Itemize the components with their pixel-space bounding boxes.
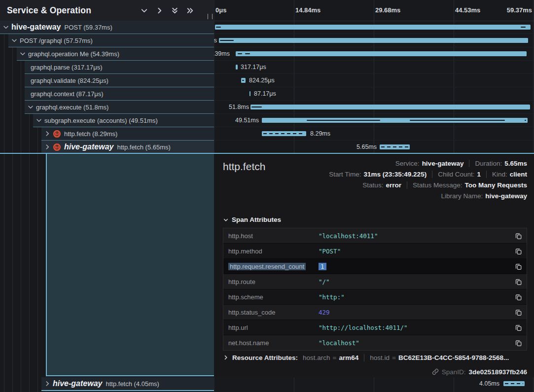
span-bar[interactable]: [219, 38, 528, 43]
attribute-key: http.status_code: [223, 309, 319, 316]
attribute-key: http.scheme: [223, 293, 319, 301]
span-bar[interactable]: [236, 65, 238, 70]
chevron-down-icon[interactable]: [36, 117, 42, 124]
chevron-down-icon[interactable]: [27, 104, 34, 110]
attribute-row: http.method "POST": [223, 244, 527, 259]
meta-label: Start Time:: [329, 171, 361, 178]
chevron-right-icon[interactable]: [155, 6, 164, 15]
span-timeline-cell: 8.29ms: [214, 127, 534, 141]
span-timeline-cell: 51.8ms: [214, 101, 534, 114]
bar-duration-label: 8.29ms: [310, 130, 330, 137]
attribute-row: http.status_code 429: [223, 305, 527, 320]
span-rows: hive-gateway POST (59.37ms) POST /graphq…: [0, 21, 534, 154]
attribute-key: http.route: [223, 278, 319, 285]
chevron-right-icon[interactable]: [44, 380, 51, 387]
span-row: hive-gateway POST (59.37ms): [0, 21, 534, 34]
double-chevron-down-icon[interactable]: [171, 6, 179, 15]
span-id-label: SpanID:: [442, 368, 466, 376]
span-timeline-cell: [214, 21, 534, 34]
resource-key: host.id: [370, 354, 390, 361]
tree-header-title: Service & Operation: [7, 5, 91, 16]
span-bar[interactable]: [380, 144, 410, 149]
copy-icon[interactable]: [512, 339, 525, 347]
copy-icon[interactable]: [512, 293, 525, 301]
tree-header-actions: [140, 0, 194, 21]
span-bar[interactable]: [241, 78, 246, 83]
span-tree-cell[interactable]: http.fetch (8.29ms): [41, 127, 214, 141]
attribute-row: http.host "localhost:4011": [223, 228, 527, 244]
span-bar[interactable]: [250, 105, 530, 109]
meta-label: Child Count:: [438, 171, 474, 178]
selected-span-detail-backdrop: [46, 154, 214, 376]
chevron-down-icon[interactable]: [223, 217, 229, 223]
copy-icon[interactable]: [512, 309, 525, 316]
span-id-value: 3de02518937fb246: [468, 368, 527, 376]
chevron-down-icon[interactable]: [2, 24, 9, 31]
span-tree-cell[interactable]: graphql.context (87.17μs): [25, 87, 214, 101]
attribute-key: http.host: [223, 232, 319, 240]
tree-header: Service & Operation: [0, 0, 214, 21]
span-tree-cell[interactable]: subgraph.execute (accounts) (49.51ms): [33, 114, 214, 127]
span-row: graphql.validate (824.25μs) 824.25μs: [0, 74, 534, 87]
span-tree-cell[interactable]: hive-gateway http.fetch (4.05ms): [41, 377, 214, 391]
link-icon[interactable]: [432, 368, 439, 375]
meta-label: Status:: [362, 181, 383, 189]
span-tree-cell[interactable]: hive-gateway POST (59.37ms): [0, 21, 214, 34]
span-bar[interactable]: [262, 131, 306, 136]
attribute-value: 1: [319, 263, 512, 270]
span-bar[interactable]: [236, 51, 527, 56]
chevron-right-icon[interactable]: [223, 355, 229, 360]
span-row: graphql.context (87.17μs) 87.17μs: [0, 87, 534, 101]
resource-attributes-row[interactable]: Resource Attributes: host.arch = arm64 h…: [223, 351, 527, 364]
attribute-row: http.url "http://localhost:4011/": [223, 320, 527, 335]
span-tree-cell[interactable]: graphql.validate (824.25μs): [25, 74, 214, 87]
chevron-right-icon[interactable]: [44, 143, 51, 150]
detail-meta: Service: hive-gateway Duration: 5.65ms S…: [329, 158, 527, 201]
attribute-key: http.method: [223, 248, 319, 255]
copy-icon[interactable]: [512, 263, 525, 270]
span-name: graphql.execute (51.8ms): [36, 104, 108, 111]
attribute-value: "http://localhost:4011/": [319, 324, 512, 331]
copy-icon[interactable]: [512, 232, 525, 240]
span-row: graphql.execute (51.8ms) 51.8ms: [0, 101, 534, 114]
span-tree-cell[interactable]: hive-gateway http.fetch (5.65ms): [41, 141, 214, 154]
span-bar[interactable]: [503, 381, 525, 386]
span-id-row: SpanID: 3de02518937fb246: [432, 367, 527, 377]
span-tree-cell[interactable]: graphql.execute (51.8ms): [25, 101, 214, 114]
span-tree-cell[interactable]: POST /graphql (57.57ms): [8, 34, 214, 47]
meta-value: 5.65ms: [504, 160, 527, 167]
span-detail-panel: http.fetch Service: hive-gateway Duratio…: [214, 154, 534, 377]
span-name: http.fetch (8.29ms): [64, 130, 117, 138]
chevron-down-icon[interactable]: [140, 6, 148, 15]
span-tree-cell[interactable]: graphql.operation Me (54.39ms): [17, 47, 214, 61]
chevron-right-icon[interactable]: [44, 130, 51, 137]
chevron-down-icon[interactable]: [19, 50, 26, 57]
span-attributes-header[interactable]: Span Attributes: [223, 216, 281, 223]
bar-duration-label: 824.25μs: [249, 77, 275, 84]
double-chevron-right-icon[interactable]: [186, 6, 194, 15]
span-bar[interactable]: [262, 118, 528, 123]
chevron-down-icon[interactable]: [11, 37, 18, 44]
meta-divider: [432, 171, 432, 178]
attribute-row: http.route "/": [223, 274, 527, 289]
axis-tick: 0μs: [215, 6, 226, 14]
attribute-key: net.host.name: [223, 339, 319, 347]
timeline-header: 0μs 14.84ms 29.68ms 44.53ms 59.37ms: [214, 0, 534, 21]
copy-icon[interactable]: [512, 324, 525, 331]
span-service: hive-gateway: [11, 23, 61, 32]
span-name: http.fetch (4.05ms): [106, 380, 159, 388]
copy-icon[interactable]: [512, 248, 525, 255]
equals-sign: =: [333, 354, 337, 361]
attribute-value: "localhost": [319, 339, 512, 347]
copy-icon[interactable]: [512, 278, 525, 285]
bar-duration-label: 54.39ms: [214, 50, 230, 57]
span-name: subgraph.execute (accounts) (49.51ms): [44, 117, 158, 124]
span-bar[interactable]: [215, 25, 531, 30]
column-resize-handle[interactable]: [208, 14, 213, 19]
meta-value: 31ms (23:35:49.225): [364, 171, 427, 178]
span-bar[interactable]: [249, 91, 250, 96]
meta-value: hive-gateway: [485, 192, 527, 200]
span-row: http.fetch (8.29ms) 8.29ms: [0, 127, 534, 141]
span-name: POST /graphql (57.57ms): [20, 37, 93, 44]
span-tree-cell[interactable]: graphql.parse (317.17μs): [25, 61, 214, 74]
